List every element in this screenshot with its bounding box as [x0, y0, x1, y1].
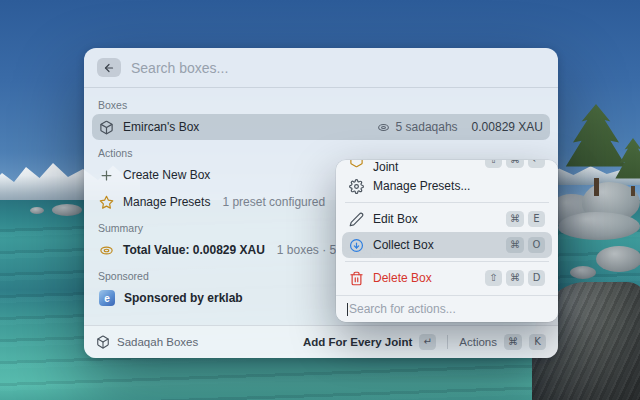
menu-item-label: Add For Every Joint	[373, 160, 476, 173]
app-name: Sadaqah Boxes	[117, 336, 198, 348]
box-sadaqah-count: 5 sadaqahs	[396, 120, 458, 134]
menu-item-collect-box[interactable]: Collect Box ⌘ O	[342, 232, 552, 258]
cmd-keycap: ⌘	[504, 334, 522, 350]
keycap: ⌘	[506, 211, 524, 227]
keycap: ⌘	[506, 237, 524, 253]
keycap: ⌘	[506, 270, 524, 286]
keycap: ⇧	[485, 270, 502, 286]
list-item-box[interactable]: Emircan's Box 5 sadaqahs 0.00829 XAU	[92, 114, 550, 140]
keycap: ⇧	[485, 160, 502, 168]
box-title: Emircan's Box	[123, 120, 199, 134]
plus-icon	[99, 168, 114, 183]
sponsored-label: Sponsored by erklab	[124, 291, 243, 305]
section-header-boxes: Boxes	[98, 99, 544, 111]
pencil-icon	[349, 212, 364, 227]
launcher-footer: Sadaqah Boxes Add For Every Joint ↵ Acti…	[84, 325, 558, 358]
return-keycap: ↵	[419, 334, 436, 350]
coin-icon	[377, 121, 390, 134]
box-meta: 5 sadaqahs 0.00829 XAU	[377, 120, 543, 134]
arrow-down-circle-icon	[349, 238, 364, 253]
actions-menu-label[interactable]: Actions	[459, 336, 497, 348]
actions-popup-list: Add For Every Joint ⇧ ⌘ ↵ Manage Presets…	[336, 160, 558, 291]
desktop: Boxes Emircan's Box 5 sadaqahs 0.00829 X…	[0, 0, 640, 400]
create-new-box-label: Create New Box	[123, 168, 210, 182]
arrow-left-icon	[103, 62, 115, 74]
app-box-icon	[96, 335, 110, 349]
wallpaper-water-boulder	[570, 266, 596, 279]
keycap: ↵	[528, 160, 545, 168]
box-value: 0.00829 XAU	[472, 120, 543, 134]
erklab-logo: e	[99, 290, 115, 306]
wallpaper-water-boulder	[596, 246, 640, 272]
menu-item-add-for-every-joint[interactable]: Add For Every Joint ⇧ ⌘ ↵	[342, 160, 552, 173]
section-header-actions: Actions	[98, 147, 544, 159]
keycap: E	[528, 211, 545, 227]
actions-popup: Add For Every Joint ⇧ ⌘ ↵ Manage Presets…	[336, 160, 558, 322]
trash-icon	[349, 271, 364, 286]
primary-action-label[interactable]: Add For Every Joint	[303, 336, 412, 348]
footer-divider	[447, 335, 448, 349]
total-value-label: Total Value: 0.00829 XAU	[123, 243, 265, 257]
gold-coin-icon	[99, 243, 114, 258]
menu-divider	[345, 261, 549, 262]
menu-item-delete-box[interactable]: Delete Box ⇧ ⌘ D	[342, 265, 552, 291]
back-button[interactable]	[97, 58, 121, 77]
box-icon	[99, 120, 114, 135]
actions-search-input[interactable]: Search for actions...	[336, 295, 558, 322]
menu-divider	[345, 202, 549, 203]
wallpaper-shore-rock	[30, 207, 44, 214]
menu-item-edit-box[interactable]: Edit Box ⌘ E	[342, 206, 552, 232]
menu-item-label: Collect Box	[373, 238, 434, 252]
menu-item-label: Delete Box	[373, 271, 432, 285]
actions-search-placeholder: Search for actions...	[349, 302, 456, 316]
manage-presets-subtitle: 1 preset configured	[222, 195, 325, 209]
keycap: D	[528, 270, 545, 286]
text-caret	[347, 303, 348, 316]
menu-item-label: Edit Box	[373, 212, 418, 226]
wallpaper-shore-rock	[52, 204, 82, 216]
k-keycap: K	[529, 334, 546, 350]
keycap: ⌘	[506, 160, 524, 168]
box-plus-icon	[349, 160, 364, 168]
menu-item-label: Manage Presets...	[373, 179, 470, 193]
star-icon	[99, 195, 114, 210]
manage-presets-label: Manage Presets	[123, 195, 210, 209]
gear-icon	[349, 179, 364, 194]
search-input[interactable]	[131, 60, 545, 76]
clipped-menu-item-wrap: Add For Every Joint ⇧ ⌘ ↵	[342, 160, 552, 173]
keycap: O	[528, 237, 545, 253]
menu-item-manage-presets[interactable]: Manage Presets...	[342, 173, 552, 199]
search-header	[84, 48, 558, 88]
